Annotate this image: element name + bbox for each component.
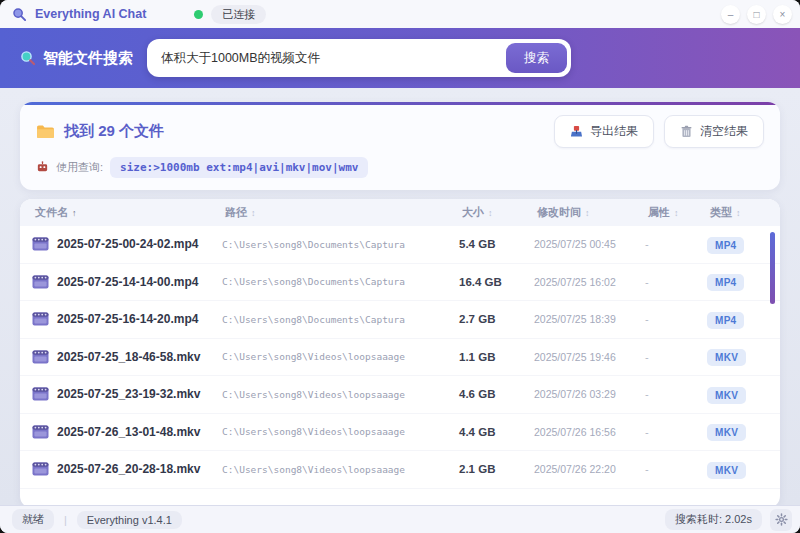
- title-bar: Everything AI Chat 已连接 – □ ×: [0, 0, 800, 28]
- file-attr: -: [645, 313, 707, 325]
- column-header-type[interactable]: 类型↕: [710, 205, 780, 220]
- file-name: 2025-07-25-16-14-20.mp4: [57, 312, 198, 326]
- query-value-chip: size:>1000mb ext:mp4|avi|mkv|mov|wmv: [110, 157, 368, 178]
- results-card: 找到 29 个文件 导出结果: [20, 102, 780, 190]
- connection-status-badge: 已连接: [211, 5, 266, 24]
- file-attr: -: [645, 463, 707, 475]
- sort-icon: ↕: [585, 208, 590, 218]
- search-header: 智能文件搜索 搜索: [0, 28, 800, 88]
- file-modified: 2025/07/25 18:39: [534, 313, 645, 325]
- file-size: 4.4 GB: [459, 426, 534, 438]
- file-name: 2025-07-25_18-46-58.mkv: [57, 350, 200, 364]
- file-path: C:\Users\song8\Videos\loopsaaage: [222, 426, 459, 437]
- file-path: C:\Users\song8\Videos\loopsaaage: [222, 351, 459, 362]
- file-type-badge: MP4: [707, 237, 744, 254]
- close-button[interactable]: ×: [773, 5, 792, 24]
- film-icon: [32, 275, 49, 289]
- search-elapsed: 搜索耗时: 2.02s: [665, 509, 762, 530]
- film-icon: [32, 425, 49, 439]
- table-row[interactable]: 2025-07-26_13-01-48.mkv C:\Users\song8\V…: [20, 414, 780, 452]
- main-content: 找到 29 个文件 导出结果: [0, 88, 800, 505]
- sort-asc-icon: ↑: [72, 208, 77, 218]
- file-name: 2025-07-26_13-01-48.mkv: [57, 425, 200, 439]
- robot-icon: [36, 161, 49, 174]
- sort-icon: ↕: [488, 208, 493, 218]
- search-section-label: 智能文件搜索: [20, 49, 133, 68]
- search-input[interactable]: [161, 51, 506, 65]
- results-table: 文件名↑ 路径↕ 大小↕ 修改时间↕ 属性↕ 类型↕: [20, 199, 780, 505]
- file-type-badge: MKV: [707, 387, 746, 404]
- table-row[interactable]: 2025-07-25_18-46-58.mkv C:\Users\song8\V…: [20, 339, 780, 377]
- table-row[interactable]: 2025-07-25-00-24-02.mp4 C:\Users\song8\D…: [20, 226, 780, 264]
- file-path: C:\Users\song8\Videos\loopsaaage: [222, 389, 459, 400]
- film-icon: [32, 387, 49, 401]
- table-row[interactable]: 2025-07-25_23-19-32.mkv C:\Users\song8\V…: [20, 376, 780, 414]
- file-size: 5.4 GB: [459, 238, 534, 250]
- settings-button[interactable]: [770, 509, 792, 531]
- file-modified: 2025/07/25 00:45: [534, 238, 645, 250]
- file-modified: 2025/07/25 19:46: [534, 351, 645, 363]
- app-logo-search-icon: [12, 7, 27, 22]
- column-header-modified[interactable]: 修改时间↕: [537, 205, 648, 220]
- file-modified: 2025/07/25 16:02: [534, 276, 645, 288]
- column-header-attr[interactable]: 属性↕: [648, 205, 710, 220]
- film-icon: [32, 237, 49, 251]
- file-type-badge: MP4: [707, 274, 744, 291]
- file-attr: -: [645, 276, 707, 288]
- sort-icon: ↕: [674, 208, 679, 218]
- app-window: Everything AI Chat 已连接 – □ × 智能文件搜索 搜索: [0, 0, 800, 533]
- search-button[interactable]: 搜索: [506, 43, 567, 73]
- file-size: 2.7 GB: [459, 313, 534, 325]
- search-icon: [20, 50, 36, 66]
- minimize-button[interactable]: –: [721, 5, 740, 24]
- file-size: 16.4 GB: [459, 276, 534, 288]
- table-row[interactable]: 2025-07-25-16-14-20.mp4 C:\Users\song8\D…: [20, 301, 780, 339]
- maximize-button[interactable]: □: [747, 5, 766, 24]
- gear-icon: [775, 513, 788, 526]
- file-modified: 2025/07/26 16:56: [534, 426, 645, 438]
- file-name: 2025-07-25_23-19-32.mkv: [57, 387, 200, 401]
- table-row[interactable]: 2025-07-25-14-14-00.mp4 C:\Users\song8\D…: [20, 264, 780, 302]
- file-path: C:\Users\song8\Documents\Captura: [222, 314, 459, 325]
- status-separator: |: [64, 514, 67, 526]
- results-summary: 找到 29 个文件: [64, 122, 164, 141]
- file-size: 4.6 GB: [459, 388, 534, 400]
- file-name: 2025-07-25-14-14-00.mp4: [57, 275, 198, 289]
- file-type-badge: MKV: [707, 462, 746, 479]
- file-type-badge: MKV: [707, 349, 746, 366]
- column-header-path[interactable]: 路径↕: [225, 205, 462, 220]
- file-path: C:\Users\song8\Documents\Captura: [222, 239, 459, 250]
- table-row[interactable]: 2025-07-26_20-28-18.mkv C:\Users\song8\V…: [20, 451, 780, 489]
- version-label: Everything v1.4.1: [77, 511, 182, 529]
- sort-icon: ↕: [251, 208, 256, 218]
- status-state: 就绪: [12, 509, 54, 530]
- folder-icon: [36, 124, 55, 139]
- query-label: 使用查询:: [56, 160, 103, 175]
- search-box: 搜索: [147, 39, 571, 77]
- file-attr: -: [645, 238, 707, 250]
- film-icon: [32, 462, 49, 476]
- status-bar: 就绪 | Everything v1.4.1 搜索耗时: 2.02s: [0, 505, 800, 533]
- file-name: 2025-07-26_20-28-18.mkv: [57, 462, 200, 476]
- file-size: 1.1 GB: [459, 351, 534, 363]
- file-modified: 2025/07/26 03:29: [534, 388, 645, 400]
- file-modified: 2025/07/26 22:20: [534, 463, 645, 475]
- film-icon: [32, 312, 49, 326]
- column-header-size[interactable]: 大小↕: [462, 205, 537, 220]
- table-header-row: 文件名↑ 路径↕ 大小↕ 修改时间↕ 属性↕ 类型↕: [20, 199, 780, 226]
- file-size: 2.1 GB: [459, 463, 534, 475]
- column-header-filename[interactable]: 文件名↑: [35, 205, 225, 220]
- clear-results-button[interactable]: 清空结果: [664, 115, 764, 148]
- file-attr: -: [645, 351, 707, 363]
- export-icon: [570, 125, 583, 138]
- export-results-button[interactable]: 导出结果: [554, 115, 654, 148]
- film-icon: [32, 350, 49, 364]
- connection-status-dot: [194, 10, 203, 19]
- file-name: 2025-07-25-00-24-02.mp4: [57, 237, 198, 251]
- table-scrollbar[interactable]: [770, 232, 775, 304]
- file-path: C:\Users\song8\Videos\loopsaaage: [222, 464, 459, 475]
- file-attr: -: [645, 388, 707, 400]
- file-type-badge: MP4: [707, 312, 744, 329]
- table-body: 2025-07-25-00-24-02.mp4 C:\Users\song8\D…: [20, 226, 780, 489]
- file-path: C:\Users\song8\Documents\Captura: [222, 276, 459, 287]
